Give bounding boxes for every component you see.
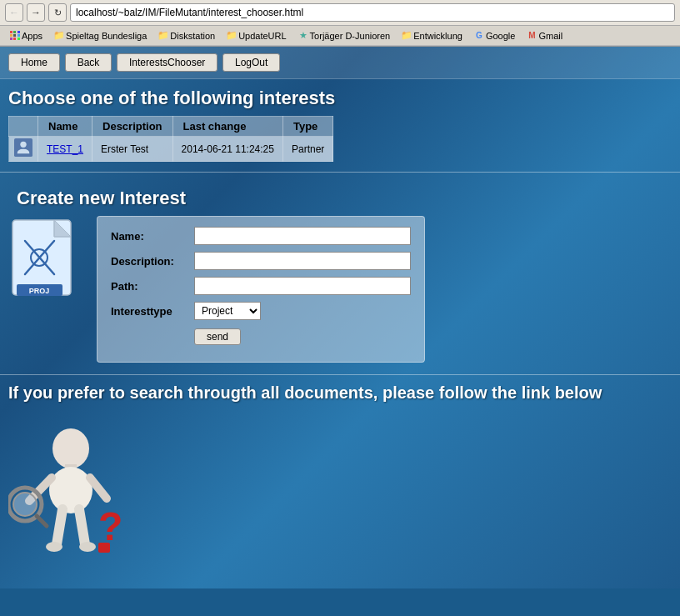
table-row: TEST_1 Erster Test 2014-06-21 11:24:25 P…	[9, 137, 333, 162]
path-row: Path:	[111, 277, 411, 295]
col-description: Description	[92, 117, 173, 137]
row-type: Partner	[282, 137, 332, 162]
name-input[interactable]	[194, 227, 411, 245]
search-figure: ?	[8, 411, 133, 557]
svg-text:PROJ: PROJ	[29, 287, 50, 295]
bookmark-updateurl[interactable]: 📁 UpdateURL	[222, 30, 291, 42]
svg-point-11	[52, 428, 89, 468]
back-button[interactable]: ←	[5, 3, 23, 22]
bookmark-google-label: Google	[486, 31, 515, 41]
name-label: Name:	[111, 230, 194, 243]
svg-point-13	[49, 467, 92, 513]
bookmark-updateurl-label: UpdateURL	[238, 31, 286, 41]
row-last-change: 2014-06-21 11:24:25	[172, 137, 282, 162]
bookmark-torjager[interactable]: ★ Torjäger D-Junioren	[293, 30, 396, 42]
svg-line-17	[37, 516, 47, 526]
browser-toolbar: ← → ↻	[0, 0, 680, 26]
name-row: Name:	[111, 227, 411, 245]
search-section: If you prefer to search througth all doc…	[0, 378, 680, 568]
row-name: TEST_1	[38, 137, 92, 162]
bookmark-diskstation-label: Diskstation	[170, 31, 215, 41]
folder-icon-3: 📁	[227, 31, 237, 41]
google-icon: G	[474, 31, 484, 41]
svg-line-20	[79, 509, 85, 544]
folder-icon: 📁	[54, 31, 64, 41]
bookmark-diskstation[interactable]: 📁 Diskstation	[153, 30, 220, 42]
create-form-container: PROJ Name: Description: Path: Interestty…	[8, 216, 672, 363]
interest-link[interactable]: TEST_1	[47, 143, 83, 155]
create-form-box: Name: Description: Path: Interesttype Pr…	[97, 216, 425, 363]
col-icon	[9, 117, 38, 137]
description-row: Description:	[111, 252, 411, 270]
path-input[interactable]	[194, 277, 411, 295]
bookmark-entwicklung[interactable]: 📁 Entwicklung	[397, 30, 468, 42]
browser-chrome: ← → ↻ Apps 📁 Spieltag Bundesliga 📁 Disks…	[0, 0, 680, 47]
bookmark-google[interactable]: G Google	[469, 30, 520, 42]
back-nav-button[interactable]: Back	[65, 53, 112, 72]
row-description: Erster Test	[92, 137, 173, 162]
svg-line-18	[90, 478, 107, 498]
svg-rect-24	[98, 543, 110, 553]
svg-line-19	[57, 509, 62, 544]
bookmark-spieltag-label: Spieltag Bundesliga	[66, 31, 147, 41]
bookmark-torjager-label: Torjäger D-Junioren	[310, 31, 391, 41]
svg-point-21	[46, 542, 62, 552]
interesttype-label: Interesttype	[111, 305, 194, 318]
send-row: send	[111, 327, 411, 345]
bookmark-apps-label: Apps	[22, 31, 42, 41]
bookmark-gmail[interactable]: M Gmail	[522, 30, 568, 42]
interesttype-select[interactable]: Project Partner Other	[194, 302, 261, 320]
send-button[interactable]: send	[194, 328, 241, 345]
divider-1	[0, 172, 680, 173]
interesttype-row: Interesttype Project Partner Other	[111, 302, 411, 320]
description-input[interactable]	[194, 252, 411, 270]
bookmark-gmail-label: Gmail	[538, 31, 562, 41]
col-type: Type	[282, 117, 332, 137]
gmail-icon: M	[527, 31, 537, 41]
choose-heading: Choose one of the following interests	[0, 79, 680, 116]
search-heading: If you prefer to search througth all doc…	[8, 383, 672, 403]
col-last-change: Last change	[172, 117, 282, 137]
interests-chooser-button[interactable]: InterestsChooser	[117, 53, 218, 72]
bookmark-spieltag[interactable]: 📁 Spieltag Bundesliga	[49, 30, 152, 42]
col-name: Name	[38, 117, 92, 137]
star-icon: ★	[298, 31, 308, 41]
home-button[interactable]: Home	[8, 53, 60, 72]
logout-button[interactable]: LogOut	[222, 53, 280, 72]
choose-section: Choose one of the following interests Na…	[0, 79, 680, 162]
row-icon-cell	[9, 137, 38, 162]
user-avatar-icon	[14, 138, 32, 157]
svg-text:?: ?	[98, 504, 122, 548]
divider-2	[0, 374, 680, 375]
svg-point-22	[79, 542, 96, 552]
folder-icon-2: 📁	[158, 31, 168, 41]
apps-icon	[10, 31, 20, 41]
description-label: Description:	[111, 255, 194, 268]
bookmark-entwicklung-label: Entwicklung	[413, 31, 462, 41]
create-heading: Create new Interest	[8, 179, 672, 216]
proj-file-icon: PROJ	[8, 216, 83, 308]
refresh-button[interactable]: ↻	[48, 3, 67, 22]
folder-icon-4: 📁	[402, 31, 412, 41]
svg-point-16	[13, 493, 37, 516]
address-bar[interactable]	[70, 3, 675, 22]
bookmarks-bar: Apps 📁 Spieltag Bundesliga 📁 Diskstation…	[0, 26, 680, 46]
top-nav: Home Back InterestsChooser LogOut	[0, 47, 680, 79]
interests-table: Name Description Last change Type	[8, 116, 333, 162]
svg-point-1	[20, 142, 26, 148]
path-label: Path:	[111, 280, 194, 293]
create-section: Create new Interest PROJ	[0, 176, 680, 371]
forward-button[interactable]: →	[27, 3, 45, 22]
page-content: Home Back InterestsChooser LogOut Choose…	[0, 47, 680, 588]
bookmark-apps[interactable]: Apps	[5, 30, 48, 42]
